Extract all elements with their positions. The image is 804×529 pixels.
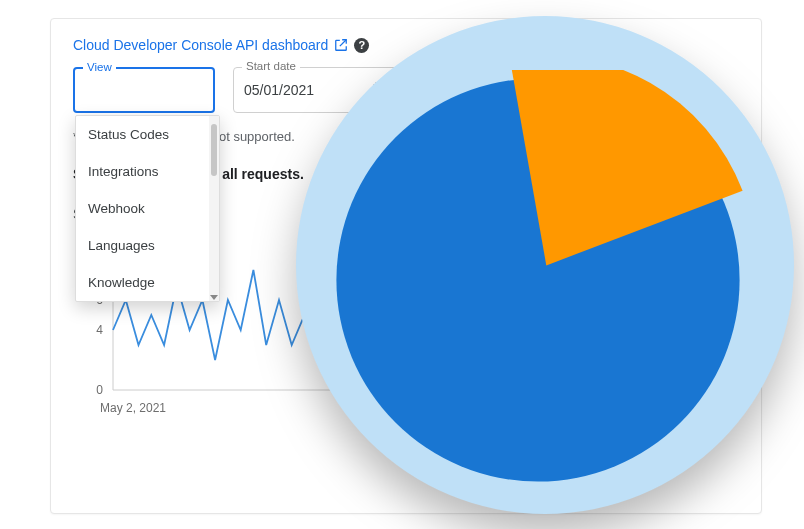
start-date-value: 05/01/2021	[244, 82, 314, 98]
view-dropdown: Status Codes Integrations Webhook Langua…	[75, 115, 220, 302]
view-option[interactable]: Integrations	[76, 153, 219, 190]
svg-text:4: 4	[96, 323, 103, 337]
pie-chart	[328, 70, 748, 490]
start-date-label: Start date	[242, 60, 300, 72]
svg-text:May 2, 2021: May 2, 2021	[100, 401, 166, 415]
view-option[interactable]: Knowledge	[76, 264, 219, 301]
dropdown-scrollbar[interactable]	[209, 116, 219, 301]
api-dashboard-link[interactable]: Cloud Developer Console API dashboard	[73, 37, 328, 53]
svg-text:0: 0	[96, 383, 103, 397]
view-label: View	[83, 61, 116, 73]
external-link-icon[interactable]	[334, 38, 348, 52]
view-option[interactable]: Webhook	[76, 190, 219, 227]
view-select[interactable]: View Status Codes Integrations Webhook L…	[73, 67, 215, 113]
help-icon[interactable]: ?	[354, 38, 369, 53]
view-option[interactable]: Status Codes	[76, 116, 219, 153]
view-option[interactable]: Languages	[76, 227, 219, 264]
scroll-down-icon[interactable]	[210, 295, 218, 300]
